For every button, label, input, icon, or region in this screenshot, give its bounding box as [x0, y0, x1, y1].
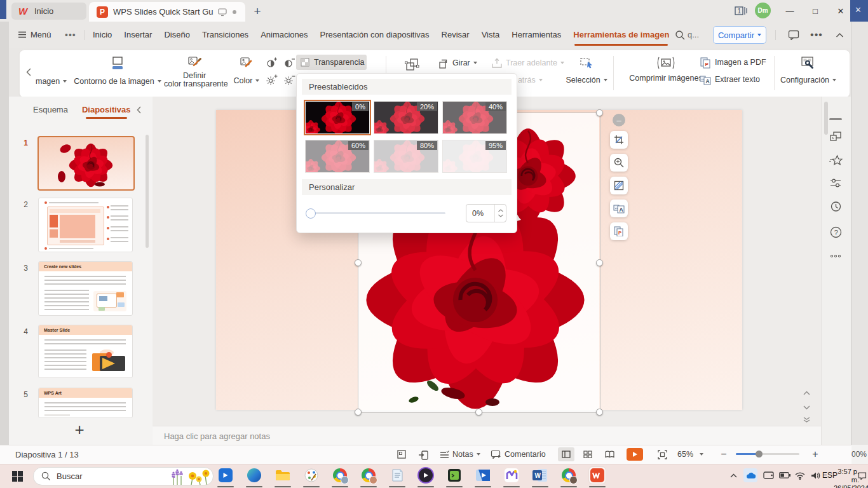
comment-button[interactable]: [785, 27, 802, 43]
maximize-button[interactable]: □: [806, 1, 825, 20]
transparency-preset-20[interactable]: 20%: [374, 101, 438, 134]
tab-herramientas[interactable]: Herramientas: [512, 30, 561, 39]
tab-insertar[interactable]: Insertar: [124, 30, 152, 39]
history-pane-button[interactable]: [826, 197, 845, 216]
girar-button[interactable]: Girar: [437, 56, 477, 70]
slide-thumbnail-3[interactable]: Create new slides: [38, 261, 133, 316]
wps-office-icon[interactable]: [589, 467, 606, 484]
tab-vista[interactable]: Vista: [482, 30, 500, 39]
tab-presentacion[interactable]: Presentación con diapositivas: [320, 30, 430, 39]
next-slide-button[interactable]: [799, 401, 813, 414]
canvas-vertical-scrollbar[interactable]: [824, 102, 828, 135]
transparency-tool-button[interactable]: [610, 177, 628, 194]
wifi-icon[interactable]: [793, 468, 807, 482]
imagen-a-pdf-button[interactable]: P Imagen a PDF: [699, 56, 766, 69]
scroll-down-button[interactable]: [799, 414, 813, 425]
increase-brightness-button[interactable]: [266, 73, 278, 86]
slide-thumbnail-4[interactable]: Master Slide: [38, 325, 133, 378]
cast-icon[interactable]: [761, 468, 775, 482]
chrome-profile-1-icon[interactable]: [332, 467, 348, 484]
word-icon[interactable]: W: [532, 467, 548, 484]
collapse-ribbon-button[interactable]: [831, 27, 848, 43]
volume-icon[interactable]: [808, 468, 822, 482]
notepad-icon[interactable]: [389, 467, 405, 484]
sidebar-hide-handle[interactable]: [829, 118, 842, 120]
document-tab[interactable]: P WPS Slides Quick Start Guide.p: [89, 2, 245, 22]
media-player-icon[interactable]: [417, 467, 434, 484]
home-tab[interactable]: W Inicio: [11, 3, 86, 20]
imagen-button[interactable]: magen: [36, 75, 67, 86]
image-to-pdf-tool-button[interactable]: P: [610, 222, 628, 240]
definir-color-transparente-button[interactable]: Definircolor transparente: [164, 55, 225, 88]
notification-center-button[interactable]: [857, 469, 868, 482]
spinner-down-icon[interactable]: [498, 214, 503, 217]
slide-thumbnail-5[interactable]: WPS Art: [38, 388, 133, 418]
chrome-profile-2-icon[interactable]: [360, 467, 377, 484]
more-options-button[interactable]: •••: [808, 27, 825, 43]
selection-handle-bottom-right[interactable]: [596, 409, 603, 416]
zoom-slider[interactable]: [736, 453, 799, 455]
configuracion-button[interactable]: Configuración: [779, 55, 837, 85]
spinner-up-icon[interactable]: [498, 209, 503, 212]
collapse-floating-toolbar-button[interactable]: –: [613, 114, 625, 126]
collapse-panel-chevron[interactable]: [23, 64, 34, 80]
films-icon[interactable]: [475, 467, 491, 484]
tab-transiciones[interactable]: Transiciones: [202, 30, 248, 39]
normal-view-button[interactable]: [558, 447, 574, 461]
transparency-spinner[interactable]: 0%: [466, 204, 506, 222]
effects-pane-button[interactable]: [826, 151, 845, 170]
transparency-preset-60[interactable]: 60%: [305, 140, 370, 173]
help-button[interactable]: ?: [826, 222, 845, 241]
minimize-button[interactable]: —: [780, 1, 799, 20]
zoom-slider-thumb[interactable]: [756, 451, 763, 458]
start-button[interactable]: [9, 468, 25, 484]
tab-esquema[interactable]: Esquema: [33, 105, 68, 114]
close-button[interactable]: ✕: [831, 1, 850, 20]
sidebar-more-button[interactable]: [826, 247, 845, 266]
transparency-preset-95[interactable]: 95%: [442, 140, 507, 173]
previous-slide-button[interactable]: [799, 386, 813, 399]
slide-thumbnail-1[interactable]: [37, 136, 135, 191]
new-slide-statusbar-button[interactable]: [394, 447, 409, 461]
tab-animaciones[interactable]: Animaciones: [261, 30, 308, 39]
send-to-device-button[interactable]: [416, 447, 431, 461]
crop-button[interactable]: [610, 131, 628, 149]
slider-thumb[interactable]: [306, 208, 316, 219]
selection-handle-top-right[interactable]: [596, 109, 603, 116]
transparency-preset-40[interactable]: 40%: [442, 101, 507, 134]
window-list-button[interactable]: 1: [732, 3, 750, 18]
battery-icon[interactable]: [778, 468, 792, 482]
extract-text-tool-button[interactable]: A: [610, 200, 628, 217]
transparency-preset-80[interactable]: 80%: [374, 140, 438, 173]
edge-icon[interactable]: [246, 467, 262, 484]
zoom-out-button[interactable]: −: [717, 447, 731, 461]
zoom-image-button[interactable]: [610, 154, 628, 172]
selection-handle-bottom-center[interactable]: [475, 409, 482, 416]
decrease-contrast-button[interactable]: [283, 56, 296, 69]
movies-tv-icon[interactable]: [217, 467, 234, 484]
tray-expand-button[interactable]: [727, 469, 740, 482]
menu-button[interactable]: Menú: [18, 22, 51, 48]
paint-icon[interactable]: [303, 467, 320, 484]
color-button[interactable]: Color: [230, 56, 263, 86]
decrease-brightness-button[interactable]: [283, 73, 296, 86]
slide-thumbnail-2[interactable]: [38, 198, 133, 252]
slides-panel-scrollbar[interactable]: [146, 135, 149, 248]
zoom-in-button[interactable]: +: [808, 447, 822, 461]
quick-access-more-button[interactable]: •••: [65, 22, 76, 48]
transparency-slider[interactable]: [307, 212, 445, 214]
selection-handle-middle-left[interactable]: [355, 259, 362, 266]
transparencia-button[interactable]: Transparencia: [296, 55, 367, 70]
group-objects-button[interactable]: [403, 56, 421, 74]
increase-contrast-button[interactable]: [266, 56, 278, 69]
chrome-profile-3-icon[interactable]: [560, 467, 577, 484]
tab-revisar[interactable]: Revisar: [442, 30, 470, 39]
ribbon-search[interactable]: q...: [675, 22, 699, 48]
file-explorer-icon[interactable]: [275, 467, 291, 484]
new-tab-button[interactable]: +: [249, 3, 266, 20]
taskbar-search[interactable]: Buscar: [33, 467, 214, 485]
zoom-level[interactable]: 65%: [677, 447, 703, 461]
tab-herramientas-de-imagen[interactable]: Herramientas de imagen: [573, 30, 669, 39]
selection-handle-middle-right[interactable]: [596, 259, 603, 266]
tab-diapositivas[interactable]: Diapositivas: [82, 105, 131, 114]
